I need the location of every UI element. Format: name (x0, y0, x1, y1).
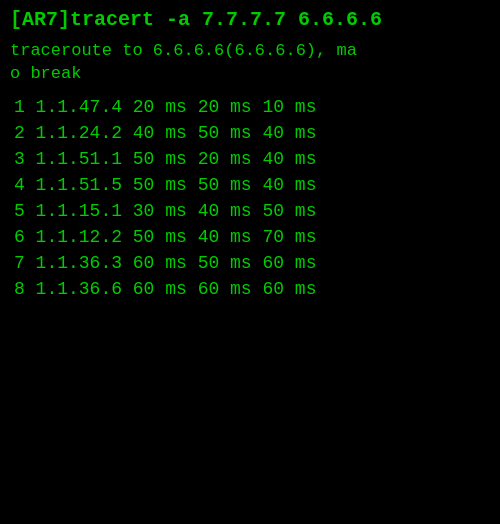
table-row: 1 1.1.47.4 20 ms 20 ms 10 ms (10, 97, 490, 117)
terminal-title: [AR7]tracert -a 7.7.7.7 6.6.6.6 (10, 8, 490, 31)
trace-rows-container: 1 1.1.47.4 20 ms 20 ms 10 ms 2 1.1.24.2 … (10, 97, 490, 299)
header-line-1: traceroute to 6.6.6.6(6.6.6.6), ma (10, 41, 490, 60)
spacer (10, 87, 490, 97)
table-row: 4 1.1.51.5 50 ms 50 ms 40 ms (10, 175, 490, 195)
table-row: 6 1.1.12.2 50 ms 40 ms 70 ms (10, 227, 490, 247)
header-line-2: o break (10, 64, 490, 83)
table-row: 3 1.1.51.1 50 ms 20 ms 40 ms (10, 149, 490, 169)
table-row: 2 1.1.24.2 40 ms 50 ms 40 ms (10, 123, 490, 143)
terminal-window: [AR7]tracert -a 7.7.7.7 6.6.6.6 tracerou… (0, 0, 500, 524)
table-row: 7 1.1.36.3 60 ms 50 ms 60 ms (10, 253, 490, 273)
table-row: 5 1.1.15.1 30 ms 40 ms 50 ms (10, 201, 490, 221)
table-row: 8 1.1.36.6 60 ms 60 ms 60 ms (10, 279, 490, 299)
